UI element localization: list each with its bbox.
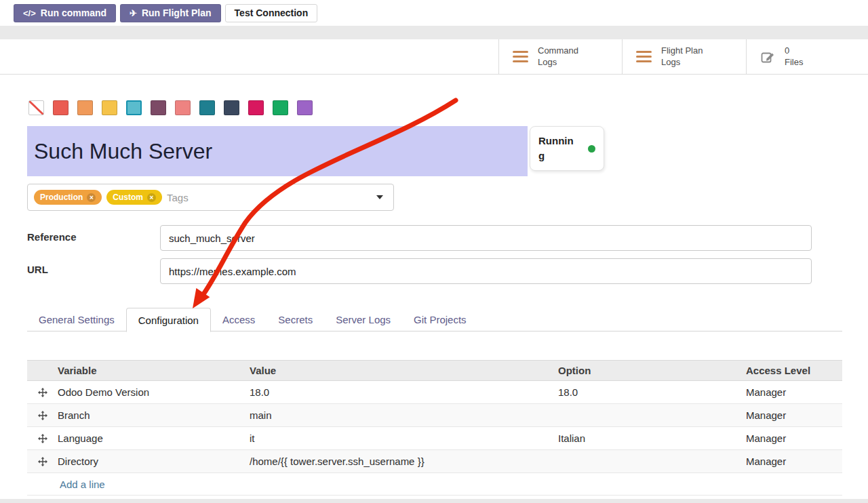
- notebook-tabs: General Settings Configuration Access Se…: [27, 308, 842, 331]
- run-flight-plan-label: Run Flight Plan: [142, 7, 212, 18]
- edit-icon: [760, 49, 775, 64]
- add-line-row: Add a line: [27, 473, 842, 496]
- test-connection-button[interactable]: Test Connection: [225, 4, 318, 22]
- column-header-option: Option: [558, 365, 746, 376]
- files-button[interactable]: 0 Files: [746, 39, 868, 74]
- configuration-table: Variable Value Option Access Level Odoo …: [27, 360, 842, 496]
- command-logs-button[interactable]: Command Logs: [498, 39, 622, 74]
- plane-icon: ✈: [130, 8, 137, 18]
- tab-access[interactable]: Access: [211, 308, 267, 331]
- tag-custom[interactable]: Custom ×: [106, 190, 162, 205]
- status-label: Running: [538, 134, 574, 163]
- cell-access-level[interactable]: Manager: [746, 432, 842, 444]
- tags-field: Production × Custom ×: [27, 184, 394, 211]
- color-picker: [28, 100, 313, 115]
- table-header-row: Variable Value Option Access Level: [27, 360, 842, 381]
- cell-access-level[interactable]: Manager: [746, 409, 842, 421]
- color-swatch-magenta[interactable]: [248, 100, 264, 115]
- menu-lines-icon: [636, 51, 652, 62]
- flight-plan-logs-label: Flight Plan Logs: [661, 45, 703, 68]
- column-header-variable: Variable: [58, 365, 250, 376]
- url-input[interactable]: [160, 258, 812, 284]
- drag-handle-icon[interactable]: [38, 411, 47, 420]
- form-header: Command Logs Flight Plan Logs 0 Files: [0, 39, 868, 75]
- run-flight-plan-button[interactable]: ✈ Run Flight Plan: [120, 4, 221, 22]
- cell-option[interactable]: 18.0: [558, 386, 746, 398]
- drag-handle-icon[interactable]: [38, 388, 47, 397]
- tab-general-settings[interactable]: General Settings: [27, 308, 126, 331]
- drag-handle-icon[interactable]: [38, 457, 47, 466]
- remove-tag-icon[interactable]: ×: [87, 193, 96, 202]
- server-name-input[interactable]: [27, 126, 528, 176]
- status-indicator[interactable]: Running: [530, 126, 604, 171]
- tags-input[interactable]: [167, 192, 372, 203]
- command-logs-label: Command Logs: [538, 45, 578, 68]
- color-swatch-purple[interactable]: [297, 100, 313, 115]
- test-connection-label: Test Connection: [235, 7, 309, 18]
- cell-access-level[interactable]: Manager: [746, 386, 842, 398]
- drag-handle-icon[interactable]: [38, 434, 47, 443]
- url-label: URL: [27, 264, 48, 275]
- color-swatch-dark-purple[interactable]: [151, 100, 166, 115]
- cell-variable[interactable]: Language: [58, 432, 250, 444]
- color-swatch-dark-blue[interactable]: [224, 100, 239, 115]
- flight-plan-logs-button[interactable]: Flight Plan Logs: [622, 39, 746, 74]
- table-row[interactable]: Language it Italian Manager: [27, 427, 842, 450]
- top-separator-band: [0, 26, 868, 39]
- action-toolbar: </> Run command ✈ Run Flight Plan Test C…: [0, 0, 868, 26]
- tab-configuration[interactable]: Configuration: [126, 308, 211, 332]
- chevron-down-icon[interactable]: [376, 195, 383, 199]
- reference-input[interactable]: [160, 225, 812, 251]
- bottom-separator-band: [0, 499, 868, 503]
- run-command-label: Run command: [41, 7, 106, 18]
- table-row[interactable]: Directory /home/{{ tower.server.ssh_user…: [27, 450, 842, 473]
- cell-access-level[interactable]: Manager: [746, 456, 842, 467]
- column-header-access-level: Access Level: [746, 365, 842, 376]
- reference-label: Reference: [27, 231, 77, 243]
- cell-value[interactable]: /home/{{ tower.server.ssh_username }}: [250, 456, 558, 467]
- tab-secrets[interactable]: Secrets: [267, 308, 324, 331]
- app-window: </> Run command ✈ Run Flight Plan Test C…: [0, 0, 868, 503]
- color-swatch-green[interactable]: [273, 100, 288, 115]
- tab-server-logs[interactable]: Server Logs: [324, 308, 402, 331]
- color-swatch-teal[interactable]: [199, 100, 215, 115]
- cell-variable[interactable]: Directory: [58, 456, 250, 467]
- color-swatch-salmon[interactable]: [175, 100, 191, 115]
- cell-variable[interactable]: Odoo Demo Version: [58, 386, 250, 398]
- table-row[interactable]: Odoo Demo Version 18.0 18.0 Manager: [27, 381, 842, 404]
- files-label: 0 Files: [785, 45, 803, 68]
- table-row[interactable]: Branch main Manager: [27, 404, 842, 427]
- status-dot-icon: [588, 145, 595, 153]
- cell-option[interactable]: Italian: [558, 432, 746, 444]
- tag-custom-label: Custom: [113, 193, 143, 202]
- color-swatch-no-color[interactable]: [28, 100, 44, 115]
- tag-production-label: Production: [40, 193, 83, 202]
- color-swatch-yellow[interactable]: [102, 100, 117, 115]
- column-header-value: Value: [250, 365, 558, 376]
- color-swatch-orange[interactable]: [77, 100, 93, 115]
- tag-production[interactable]: Production ×: [34, 190, 102, 205]
- add-a-line-link[interactable]: Add a line: [60, 479, 105, 490]
- tab-git-projects[interactable]: Git Projects: [402, 308, 478, 331]
- cell-value[interactable]: 18.0: [250, 386, 558, 398]
- cell-variable[interactable]: Branch: [58, 409, 250, 421]
- cell-value[interactable]: it: [250, 432, 558, 444]
- cell-value[interactable]: main: [250, 409, 558, 421]
- menu-lines-icon: [513, 51, 528, 62]
- color-swatch-red[interactable]: [53, 100, 68, 115]
- code-icon: </>: [23, 8, 36, 18]
- color-swatch-light-blue-selected[interactable]: [126, 100, 142, 115]
- run-command-button[interactable]: </> Run command: [14, 4, 116, 22]
- remove-tag-icon[interactable]: ×: [147, 193, 156, 202]
